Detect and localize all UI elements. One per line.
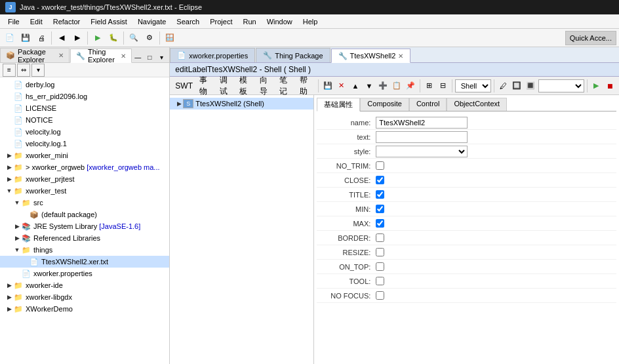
menu-window[interactable]: Window [262,16,298,27]
toolbar-print-btn[interactable]: 🖨 [34,31,49,45]
menu-search[interactable]: Search [171,16,205,27]
et-stop-btn[interactable]: ⏹ [604,79,616,93]
tree-item-src[interactable]: ▼ 📁 src [0,197,169,209]
tab-close-icon[interactable]: ✕ [398,52,403,60]
shell-type-select[interactable]: Shell [455,79,491,92]
props-tab-composite[interactable]: Composite [360,98,409,111]
file-icon: 📄 [21,269,31,278]
et-help-label[interactable]: 帮助 [297,75,316,97]
props-checkbox-tool[interactable] [376,277,384,285]
menu-run[interactable]: Run [237,16,261,27]
props-checkbox-min[interactable] [376,205,384,213]
menu-left-btn[interactable]: ▾ [156,52,167,62]
toolbar-run-btn[interactable]: ▶ [90,31,105,45]
tree-item-license[interactable]: 📄 LICENSE [0,102,169,114]
tree-item-xworker-prjtest[interactable]: ▶ 📁 xworker_prjtest [0,173,169,185]
menu-file[interactable]: File [3,16,25,27]
et-template-label[interactable]: 模板 [237,75,256,97]
tree-item-hs-err[interactable]: 📄 hs_err_pid2096.log [0,91,169,102]
tab-thing-explorer-close[interactable]: ✕ [121,52,126,60]
tree-item-velocity1[interactable]: 📄 velocity.log.1 [0,138,169,150]
et-down-btn[interactable]: ▼ [363,79,375,93]
et-btn2[interactable]: 🔲 [511,79,523,93]
tree-item-xworker-orgweb[interactable]: ▶ 📁 > xworker_orgweb [xworker_orgweb ma.… [0,161,169,173]
props-checkbox-title[interactable] [376,190,384,199]
et-swt-label[interactable]: SWT [172,81,195,91]
tree-item-xworker-test[interactable]: ▼ 📁 xworker_test [0,185,169,197]
minimize-left-btn[interactable]: — [132,52,143,62]
link-with-editor-btn[interactable]: ⇔ [17,64,30,77]
toolbar-back-btn[interactable]: ◀ [54,31,69,45]
tree-item-xworker-libgdx[interactable]: ▶ 📁 xworker-libgdx [0,291,169,303]
tree-item-ref-libs[interactable]: ▶ 📚 Referenced Libraries [0,232,169,244]
props-checkbox-border[interactable] [376,233,384,242]
et-notes-label[interactable]: 笔记 [277,75,296,97]
props-checkbox-max[interactable] [376,219,384,228]
props-tab-objectcontext[interactable]: ObjectContext [447,98,507,111]
menu-navigate[interactable]: Navigate [132,16,171,27]
toolbar-new-btn[interactable]: 📄 [3,31,17,45]
et-paste-btn[interactable]: 📌 [405,79,417,93]
props-checkbox-notrim[interactable] [376,161,384,170]
tree-item-derby[interactable]: 📄 derby.log [0,79,169,91]
tree-item-things[interactable]: ▼ 📁 things [0,244,169,256]
et-save-btn[interactable]: 💾 [321,79,334,93]
toolbar-perspective-btn[interactable]: 🪟 [163,31,177,45]
editor-tab-xworker-props[interactable]: 📄 xworker.properties [170,48,255,62]
et-btn1[interactable]: 🖊 [497,79,509,93]
menu-field-assist[interactable]: Field Assist [85,16,132,27]
et-copy-btn[interactable]: 📋 [391,79,403,93]
props-checkbox-nofocus[interactable] [376,291,384,300]
menu-project[interactable]: Project [205,16,237,27]
props-select-style[interactable] [376,146,468,157]
tab-package-explorer[interactable]: 📦 Package Explorer ✕ [0,48,70,62]
maximize-left-btn[interactable]: □ [144,52,155,62]
tree-item-xworker-ide[interactable]: ▶ 📁 xworker-ide [0,279,169,291]
props-value-close [376,176,616,184]
props-checkbox-close[interactable] [376,176,384,184]
tab-icon: 📄 [177,51,186,60]
et-add-btn[interactable]: ➕ [376,79,389,93]
props-row-min: MIN: [317,202,616,216]
et-wizard-label[interactable]: 向导 [257,75,276,97]
et-expand-btn[interactable]: ⊞ [423,79,435,93]
tree-item-default-pkg[interactable]: 📦 (default package) [0,209,169,220]
toolbar-save-btn[interactable]: 💾 [18,31,33,45]
tree-item-xworker-mini[interactable]: ▶ 📁 xworker_mini [0,150,169,161]
props-tab-basic[interactable]: 基础属性 [317,98,360,111]
toolbar-forward-btn[interactable]: ▶ [70,31,85,45]
collapse-all-btn[interactable]: ≡ [3,64,16,77]
tree-item-velocity[interactable]: 📄 velocity.log [0,126,169,138]
menu-refactor[interactable]: Refactor [48,16,86,27]
props-checkbox-ontop[interactable] [376,262,384,271]
et-debug-label[interactable]: 调试 [217,75,236,97]
props-input-name[interactable] [376,117,468,129]
editor-tab-thing-pkg[interactable]: 🔧 Thing Package [256,48,330,62]
menu-edit[interactable]: Edit [25,16,48,27]
et-run-btn[interactable]: ▶ [590,79,603,93]
props-checkbox-resize[interactable] [376,248,384,256]
tab-thing-explorer[interactable]: 🔧 Thing Explorer ✕ [70,49,132,63]
tree-item-xworker-props[interactable]: 📄 xworker.properties [0,268,169,279]
et-up-btn[interactable]: ▲ [349,79,361,93]
toolbar-debug-btn[interactable]: 🐛 [106,31,121,45]
et-collapse-btn[interactable]: ⊟ [437,79,449,93]
toolbar-settings-btn[interactable]: ⚙ [142,31,157,45]
editor-tree-item-shell[interactable]: ▶ S TtesXWShell2 (Shell) [170,98,313,110]
quick-access-bar[interactable]: Quick Acce... [565,31,616,45]
tree-item-ttesxwshell2[interactable]: 📄 TtesXWShell2.xer.txt [0,256,169,268]
et-delete-btn[interactable]: ✕ [335,79,348,93]
menu-help[interactable]: Help [298,16,323,27]
et-things-label[interactable]: 事物 [197,75,216,97]
tree-item-notice[interactable]: 📄 NOTICE [0,114,169,126]
toolbar-search-btn[interactable]: 🔍 [127,31,141,45]
tree-item-jre[interactable]: ▶ 📚 JRE System Library [JavaSE-1.6] [0,220,169,232]
props-input-text[interactable] [376,131,468,143]
editor-tab-ttesxwshell2[interactable]: 🔧 TtesXWShell2 ✕ [331,49,411,63]
et-btn3[interactable]: 🔳 [525,79,537,93]
et-extra-select[interactable] [538,79,584,92]
tree-menu-btn[interactable]: ▾ [31,64,45,77]
tab-package-explorer-close[interactable]: ✕ [58,52,64,59]
tree-item-xworkerdemo[interactable]: ▶ 📁 XWorkerDemo [0,303,169,315]
props-tab-control[interactable]: Control [409,98,447,111]
